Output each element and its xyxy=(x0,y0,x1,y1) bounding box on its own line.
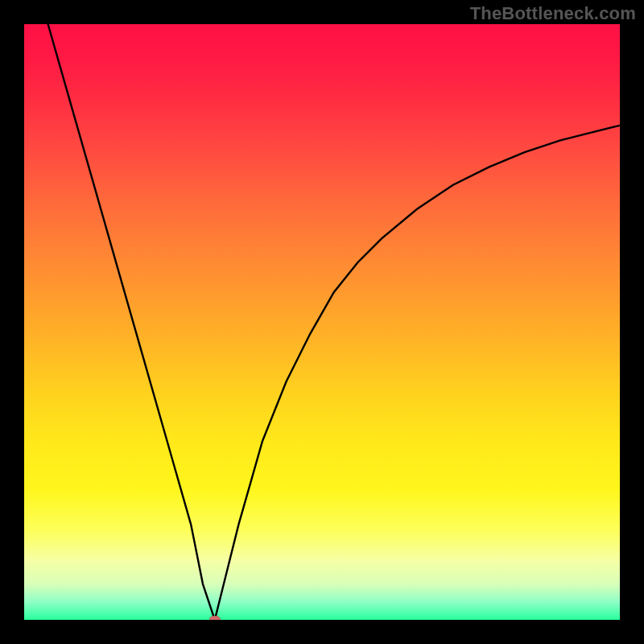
watermark-text: TheBottleneck.com xyxy=(470,3,636,24)
optimum-marker xyxy=(209,616,221,620)
curve-left-branch xyxy=(48,24,215,620)
plot-area xyxy=(24,24,620,620)
chart-frame: TheBottleneck.com xyxy=(0,0,644,644)
curve-right-branch xyxy=(215,126,620,620)
bottleneck-curve xyxy=(24,24,620,620)
